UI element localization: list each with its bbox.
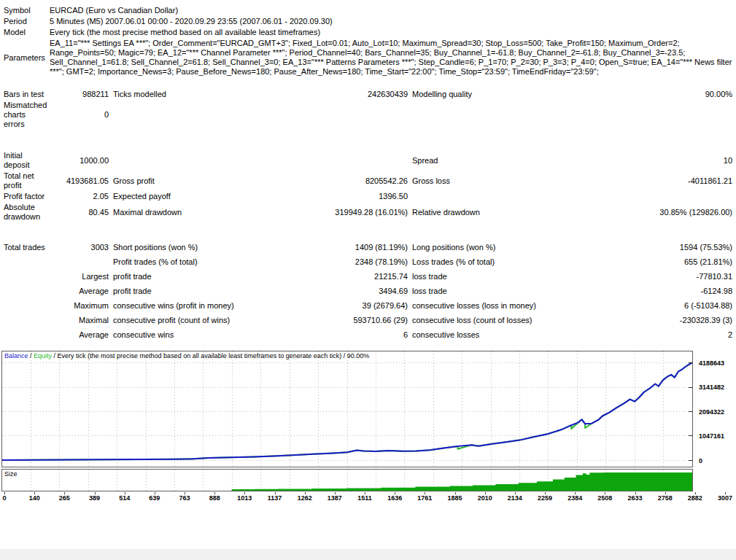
x-axis-tick-label: 2758: [658, 494, 673, 502]
stat-label: consecutive loss (count of losses): [410, 313, 591, 327]
stat-label: loss trade: [410, 284, 591, 298]
stat-label: Total net profit: [1, 171, 47, 191]
table-row: Profit factor2.05Expected payoff1396.50: [1, 191, 735, 202]
table-row: SymbolEURCAD (Euro vs Canadian Dollar): [1, 5, 735, 16]
stat-label: [410, 100, 591, 130]
stat-value: 1594 (75.53%): [591, 240, 735, 254]
stat-label: Long positions (won %): [410, 240, 591, 254]
stat-label: consecutive losses: [410, 327, 591, 342]
x-axis-tick-label: 2010: [478, 494, 492, 502]
stat-value: 242630439: [299, 89, 410, 100]
size-chart: Size: [1, 469, 693, 491]
stat-value: 39 (2679.64): [299, 298, 410, 313]
stat-label: Profit trades (% of total): [111, 254, 299, 269]
stat-label: [111, 150, 299, 171]
stat-value: Largest: [47, 269, 111, 284]
chart-legend: Balance / Equity / Every tick (the most …: [4, 352, 369, 359]
stat-value: 4193681.05: [47, 171, 111, 191]
report-table: SymbolEURCAD (Euro vs Canadian Dollar)Pe…: [1, 5, 735, 342]
stat-value: [47, 254, 111, 269]
spacer: [1, 77, 735, 89]
stat-value: Average: [47, 327, 111, 342]
x-axis-tick-label: 1387: [328, 494, 342, 502]
balance-equity-chart: Balance / Equity / Every tick (the most …: [1, 351, 693, 467]
stat-value: 1000.00: [47, 150, 111, 171]
spacer-row: [1, 222, 735, 240]
table-row: Maximumconsecutive wins (profit in money…: [1, 298, 735, 313]
stat-label: [410, 191, 591, 202]
stat-label: profit trade: [111, 269, 299, 284]
stat-value: 80.45: [47, 202, 111, 222]
x-axis-tick-label: 389: [89, 494, 100, 502]
info-value: EA_11="*** Settings EA ***"; Order_Comme…: [47, 38, 735, 77]
stat-label: [111, 100, 299, 130]
table-row: Total trades3003Short positions (won %)1…: [1, 240, 735, 254]
report-info-rows: SymbolEURCAD (Euro vs Canadian Dollar)Pe…: [1, 5, 735, 77]
stat-label: Profit factor: [1, 191, 47, 202]
info-value: EURCAD (Euro vs Canadian Dollar): [47, 5, 735, 16]
stat-value: 655 (21.81%): [591, 254, 735, 269]
stat-label: [1, 284, 47, 298]
table-row: Largestprofit trade21215.74loss trade-77…: [1, 269, 735, 284]
stat-label: [1, 313, 47, 327]
x-axis-tick-label: 1511: [357, 494, 372, 502]
x-axis-tick-label: 140: [29, 494, 40, 502]
table-row: Averageprofit trade3494.69loss trade-612…: [1, 284, 735, 298]
legend-model-text: / Every tick (the most precise method ba…: [52, 352, 369, 359]
stat-label: consecutive losses (loss in money): [410, 298, 591, 313]
stat-label: Total trades: [1, 240, 47, 254]
stat-label: profit trade: [111, 284, 299, 298]
stat-label: Modelling quality: [410, 89, 591, 100]
info-value: 5 Minutes (M5) 2007.06.01 00:00 - 2020.0…: [47, 16, 735, 27]
table-row: Bars in test988211Ticks modelled24263043…: [1, 89, 735, 100]
stat-value: 2: [591, 327, 735, 342]
stat-value: 319949.28 (16.01%): [299, 202, 410, 222]
strategy-tester-report: SymbolEURCAD (Euro vs Canadian Dollar)Pe…: [0, 0, 736, 549]
x-axis-tick-label: 639: [149, 494, 160, 502]
stat-value: 10: [591, 150, 735, 171]
y-axis-tick-label: 0: [699, 457, 702, 464]
table-row: Initial deposit1000.00Spread10: [1, 150, 735, 171]
info-label: Symbol: [1, 5, 47, 16]
stat-value: -230328.39 (3): [591, 313, 735, 327]
x-axis-tick-label: 1137: [268, 494, 282, 502]
balance-equity-plot: [2, 351, 692, 467]
table-row: Mismatched charts errors0: [1, 100, 735, 130]
table-row: Total net profit4193681.05Gross profit82…: [1, 171, 735, 191]
x-axis-tick-label: 1885: [447, 494, 462, 502]
table-row: Averageconsecutive wins6consecutive loss…: [1, 327, 735, 342]
stat-value: Average: [47, 284, 111, 298]
stat-value: [299, 100, 410, 130]
stat-label: Loss trades (% of total): [410, 254, 591, 269]
size-chart-label: Size: [4, 470, 18, 478]
stat-label: Initial deposit: [1, 150, 47, 171]
stat-label: Gross profit: [111, 171, 299, 191]
stat-label: Ticks modelled: [111, 89, 299, 100]
x-axis-tick-label: 2882: [688, 494, 702, 502]
stat-label: Spread: [410, 150, 591, 171]
stat-value: 988211: [47, 89, 111, 100]
y-axis-tick-label: 2094322: [699, 408, 724, 416]
legend-equity: Equity: [34, 352, 52, 359]
stat-label: Short positions (won %): [111, 240, 299, 254]
stat-value: 3003: [47, 240, 111, 254]
stat-value: 593710.66 (29): [299, 313, 410, 327]
stat-label: Maximal drawdown: [111, 202, 299, 222]
stat-label: consecutive wins: [111, 327, 299, 342]
x-axis-tick-label: 265: [59, 494, 70, 502]
info-value: Every tick (the most precise method base…: [47, 27, 735, 38]
stat-value: 1409 (81.19%): [299, 240, 410, 254]
stat-value: -4011861.21: [591, 171, 735, 191]
x-axis-tick-label: 1262: [298, 494, 312, 502]
stat-value: 90.00%: [591, 89, 735, 100]
report-stat-rows: Bars in test988211Ticks modelled24263043…: [1, 77, 735, 342]
spacer-row: [1, 77, 735, 89]
stat-value: 3494.69: [299, 284, 410, 298]
charts-area: Balance / Equity / Every tick (the most …: [1, 351, 735, 503]
stat-value: [591, 100, 735, 130]
stat-label: Gross loss: [410, 171, 591, 191]
info-label: Parameters: [1, 38, 47, 77]
stat-value: [591, 191, 735, 202]
x-axis-tick-label: 1761: [417, 494, 432, 502]
stat-label: loss trade: [410, 269, 591, 284]
